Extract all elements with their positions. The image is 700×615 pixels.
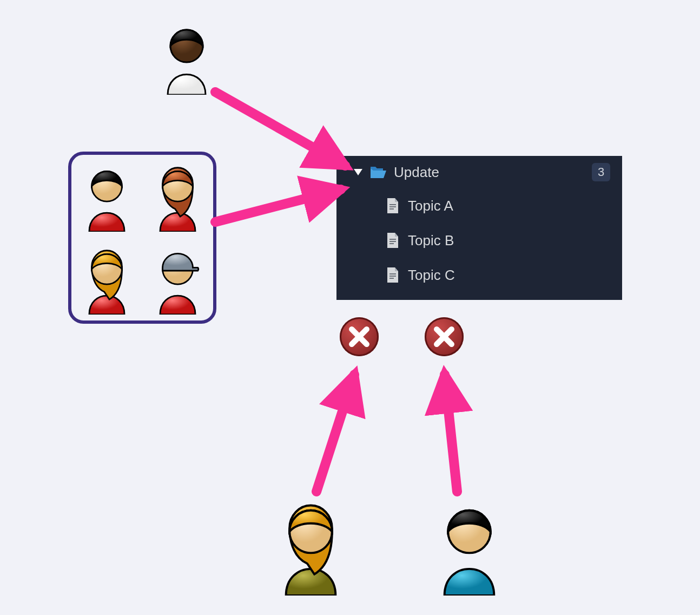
- folder-open-icon: [370, 165, 386, 179]
- document-icon: [386, 233, 399, 248]
- denied-user-icon: [272, 493, 350, 598]
- svg-rect-6: [389, 206, 396, 207]
- count-badge: 3: [592, 163, 610, 181]
- svg-rect-7: [389, 208, 394, 210]
- svg-rect-10: [389, 243, 394, 244]
- user-group-box: [68, 152, 216, 324]
- topic-row[interactable]: Topic B: [336, 223, 622, 258]
- svg-rect-9: [389, 241, 396, 242]
- disclosure-triangle-icon[interactable]: [354, 169, 362, 175]
- document-icon: [386, 198, 399, 213]
- owner-user-icon: [157, 16, 216, 97]
- deny-arrow: [316, 375, 354, 492]
- svg-rect-8: [389, 239, 396, 240]
- folder-label: Update: [394, 164, 439, 181]
- topic-row[interactable]: Topic C: [336, 258, 622, 292]
- svg-rect-11: [389, 273, 396, 274]
- folder-panel: Update 3 Topic A Topic B Topic C: [336, 156, 622, 300]
- deny-arrow: [445, 375, 457, 492]
- group-user-icon: [149, 159, 206, 234]
- folder-row[interactable]: Update 3: [336, 156, 622, 188]
- topic-row[interactable]: Topic A: [336, 188, 622, 223]
- svg-rect-5: [389, 204, 396, 205]
- document-icon: [386, 267, 399, 283]
- allow-arrow: [215, 92, 345, 166]
- deny-icon: [425, 317, 464, 356]
- allow-arrow: [215, 189, 341, 222]
- deny-icon: [340, 317, 379, 356]
- topic-label: Topic B: [408, 232, 454, 249]
- denied-user-icon: [430, 493, 509, 598]
- topic-label: Topic C: [408, 267, 455, 284]
- diagram-stage: Update 3 Topic A Topic B Topic C: [0, 0, 700, 615]
- topic-label: Topic A: [408, 198, 453, 214]
- group-user-icon: [78, 241, 135, 317]
- group-user-icon: [78, 159, 135, 234]
- svg-rect-13: [389, 278, 394, 279]
- group-user-icon: [149, 241, 206, 317]
- svg-rect-12: [389, 276, 396, 277]
